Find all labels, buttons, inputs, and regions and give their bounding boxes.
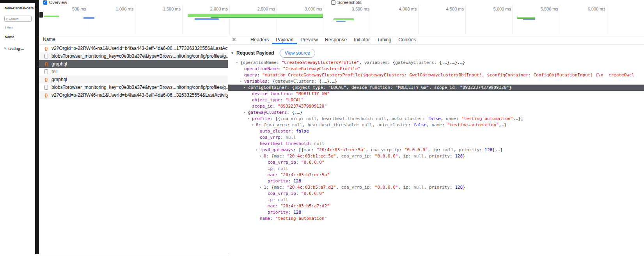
tab-timing[interactable]: Timing [373, 35, 395, 44]
json-token-k: heartbeat_threshold [260, 141, 309, 146]
json-token-p: , [317, 116, 322, 121]
page-dark-rail [35, 0, 39, 254]
payload-tree-row[interactable]: mac: "20:4c:03:b5:a7:d2" [228, 203, 644, 209]
request-list-name-header[interactable]: Name [39, 35, 228, 44]
payload-tree-row[interactable]: name: "testing-automation" [228, 216, 644, 222]
payload-tree-row[interactable]: ▾0: {coa_vrrp: null, heartbeat_threshold… [228, 122, 644, 128]
payload-tree-row[interactable]: ▾variables: {gatewayClusters: {,…},…} [228, 78, 644, 85]
tab-payload[interactable]: Payload [272, 35, 297, 44]
timeline-gridline [513, 5, 513, 35]
payload-tree-row[interactable]: scope_id: "89322374379909120" [228, 103, 644, 110]
network-request-row[interactable]: tell [39, 68, 228, 76]
payload-tree-row[interactable]: object_type: "LOCAL" [228, 97, 644, 103]
network-request-row[interactable]: blobs?browser_monitoring_key=c0e3b3a37e&… [39, 52, 228, 60]
search-input[interactable] [9, 17, 30, 21]
json-token-n: 128 [484, 147, 492, 152]
tab-headers[interactable]: Headers [247, 35, 272, 44]
json-token-g: device_function [351, 85, 390, 90]
json-token-s: "CreateGatewayClustersProfile" [282, 60, 359, 65]
network-request-row[interactable]: blobs?browser_monitoring_key=c0e3b3a37e&… [39, 83, 228, 91]
tab-preview[interactable]: Preview [297, 35, 321, 44]
json-token-g: mac [274, 154, 282, 159]
payload-tree-row[interactable]: ▾gatewayClusters: {,…} [228, 110, 644, 116]
payload-tree-row[interactable]: ▾0: {mac: "20:4c:03:b1:ec:5a", coa_vrrp_… [228, 153, 644, 159]
payload-tree-row[interactable]: ▾profile: [{coa_vrrp: null, heartbeat_th… [228, 116, 644, 122]
overview-checkbox-group[interactable]: ✓ Overview [43, 0, 67, 5]
timeline-tick-label: 2,500 ms [243, 7, 275, 11]
timeline-gridline [560, 5, 560, 35]
tab-response[interactable]: Response [321, 35, 350, 44]
payload-tree-row[interactable]: ▾configContainer: {object_type: "LOCAL",… [228, 85, 644, 91]
screenshots-checkbox-group[interactable]: Screenshots [331, 0, 361, 5]
json-token-p: : [370, 154, 375, 159]
json-token-g: coa_vrrp [280, 116, 301, 121]
document-icon [44, 69, 48, 74]
payload-tree-row[interactable]: mac: "20:4c:03:b1:ec:5a" [228, 172, 644, 178]
json-token-s: "0.0.0.0" [375, 185, 398, 190]
json-token-g: name [431, 122, 442, 127]
payload-tree-row[interactable]: coa_vrrp_ip: "0.0.0.0" [228, 191, 644, 197]
json-token-p: : [442, 122, 447, 127]
json-token-p: : [{ [293, 147, 304, 152]
json-token-k: 1 [264, 185, 266, 190]
document-icon [44, 85, 48, 90]
json-token-p: : [399, 147, 404, 152]
disclosure-triangle-icon[interactable]: ▾ [231, 51, 236, 55]
json-token-n: 128 [293, 210, 301, 215]
payload-tree-row[interactable]: ▾1: {mac: "20:4c:03:b5:a7:d2", coa_vrrp_… [228, 184, 644, 191]
payload-tree-row[interactable]: ▾{operationName: "CreateGatewayClustersP… [228, 60, 644, 66]
payload-tree-row[interactable]: device_function: "MOBILITY_GW" [228, 91, 644, 97]
timeline-gridline [607, 5, 607, 35]
payload-tree-row[interactable]: coa_vrrp: null [228, 134, 644, 141]
payload-tree-row[interactable]: heartbeat_threshold: null [228, 141, 644, 147]
close-icon[interactable]: ✕ [228, 35, 240, 44]
view-source-button[interactable]: View source [280, 49, 315, 58]
json-token-s: "testing-automation" [447, 122, 499, 127]
payload-tree-row[interactable]: priority: 128 [228, 209, 644, 216]
disclosure-triangle-icon[interactable]: ▾ [244, 85, 248, 91]
network-request-row[interactable]: {}v2?OrgId=o-22RW46-na1&UserId=b4faa443-… [39, 44, 228, 52]
overview-request-bar [211, 17, 323, 18]
payload-tree-row[interactable]: ip: null [228, 166, 644, 172]
network-request-row[interactable]: {}graphql [39, 60, 228, 68]
overview-checkbox[interactable]: ✓ [43, 0, 47, 5]
json-token-p: : [278, 66, 283, 71]
json-token-p: },…] [492, 147, 503, 152]
network-request-row[interactable]: {}graphql [39, 76, 228, 83]
json-token-p: ,…} [499, 122, 507, 127]
payload-tree-row[interactable]: ▾ipv4_gateways: [{mac: "20:4c:03:b1:ec:5… [228, 147, 644, 153]
disclosure-triangle-icon[interactable]: ▾ [244, 110, 248, 116]
payload-tree-row[interactable]: auto_cluster: false [228, 128, 644, 134]
json-token-p: : [275, 172, 280, 177]
disclosure-triangle-icon[interactable]: ▾ [259, 153, 264, 159]
network-request-row[interactable]: {}v2?OrgId=o-22RW46-na1&UserId=b4faa443-… [39, 91, 228, 99]
json-token-p: : [357, 122, 362, 127]
disclosure-triangle-icon[interactable]: ▾ [236, 60, 240, 66]
disclosure-triangle-icon[interactable]: ▾ [259, 184, 264, 191]
request-name: graphql [51, 61, 67, 67]
payload-tree-row[interactable]: coa_vrrp_ip: "0.0.0.0" [228, 159, 644, 166]
network-overview-timeline[interactable]: 500 ms1,000 ms1,500 ms2,000 ms2,500 ms3,… [39, 5, 644, 35]
payload-tree-row[interactable]: operationName: "CreateGatewayClustersPro… [228, 66, 644, 72]
json-token-p: , [424, 185, 429, 190]
payload-tree-row[interactable]: ip: null [228, 197, 644, 203]
disclosure-triangle-icon[interactable]: ▾ [248, 116, 252, 122]
json-token-p: : { [287, 85, 295, 90]
payload-tree-row[interactable]: priority: 128 [228, 178, 644, 184]
json-token-s: "0.0.0.0" [301, 191, 325, 196]
payload-tree-row[interactable]: query: "mutation CreateGatewayClustersPr… [228, 72, 644, 78]
json-token-g: auto_cluster [377, 122, 408, 127]
sidebar-search-box[interactable]: ⌕ [4, 16, 32, 22]
request-payload-section-header[interactable]: ▾ Request Payload View source [231, 48, 644, 58]
list-item-testing[interactable]: ✎ testing-... [4, 47, 24, 51]
json-token-s: "89322374379909120" [460, 85, 509, 90]
disclosure-triangle-icon[interactable]: ▾ [255, 147, 260, 153]
disclosure-triangle-icon[interactable]: ▾ [240, 78, 244, 85]
screenshots-checkbox[interactable] [331, 0, 335, 5]
disclosure-triangle-icon[interactable]: ▾ [252, 122, 256, 128]
json-token-p: : [291, 129, 296, 134]
tab-initiator[interactable]: Initiator [350, 35, 373, 44]
json-token-k: scope_id [252, 104, 273, 109]
item-count: 1 item [5, 26, 13, 29]
tab-cookies[interactable]: Cookies [395, 35, 419, 44]
